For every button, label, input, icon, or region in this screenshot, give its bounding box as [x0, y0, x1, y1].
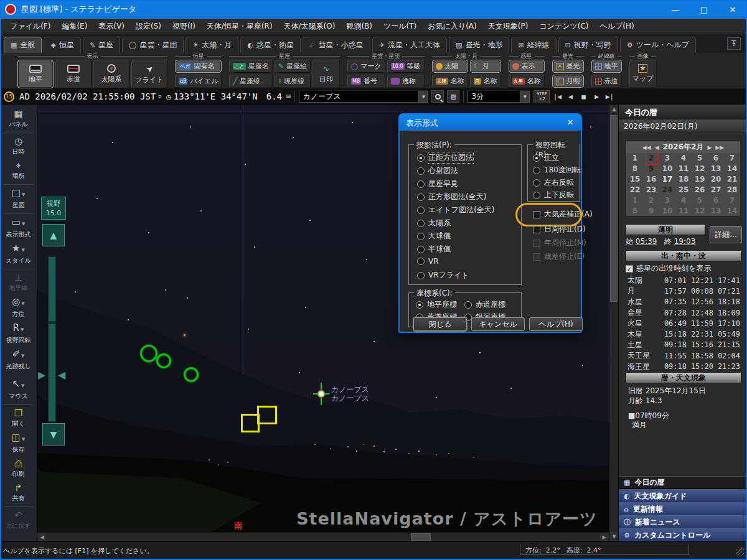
search-dropdown-icon[interactable]: ▼	[418, 91, 428, 102]
menu-tools[interactable]: ツール(T)	[378, 19, 421, 34]
constellation-name-button[interactable]: こと星座名	[229, 60, 272, 73]
zoom-out-button[interactable]: ▼	[42, 423, 65, 446]
sun-name-button[interactable]: 太陽名称	[432, 75, 468, 88]
panel-news[interactable]: ⓘ新着ニュース	[619, 515, 747, 528]
sidebar-item-save[interactable]: ◫▼保存	[1, 431, 36, 457]
sidebar-item-style[interactable]: ★▼スタイル	[1, 241, 36, 268]
radio-upright[interactable]: 正立	[533, 152, 559, 163]
panel-phenomena-guide[interactable]: ◐天文現象ガイド	[619, 489, 747, 502]
scroll-left-icon[interactable]: ◀	[37, 533, 47, 542]
vertical-scrollbar[interactable]: ▲ ▼	[609, 105, 618, 541]
detail-button[interactable]: 詳細...	[710, 226, 742, 243]
time-step-combo[interactable]: 3分 ▼	[467, 90, 530, 103]
proper-name-button[interactable]: ベガ固有名	[175, 60, 222, 73]
equatorial-mode-button[interactable]: 赤道	[55, 60, 92, 88]
twilight-end-time[interactable]: 19:03	[674, 237, 696, 246]
keyboard-icon[interactable]: ⌨	[286, 91, 291, 101]
menu-file[interactable]: ファイル(F)	[5, 19, 55, 34]
search-input[interactable]: カノープス	[299, 91, 418, 102]
moon-name-button[interactable]: 月名称	[470, 75, 501, 88]
time-step-dropdown-icon[interactable]: ▼	[520, 91, 529, 102]
calendar-next-year-icon[interactable]: ▶▶	[715, 144, 724, 151]
bayer-button[interactable]: αβバイエル	[175, 75, 222, 88]
tab-general[interactable]: ▦全般	[4, 37, 42, 53]
skip-to-end-button[interactable]: ▶|	[604, 91, 615, 102]
radio-azimuthal-equidistant[interactable]: 正距方位図法	[417, 152, 473, 163]
horizon-mode-button[interactable]: 地平	[17, 60, 54, 88]
vscroll-thumb[interactable]	[610, 115, 618, 302]
search-button[interactable]	[431, 90, 444, 103]
menu-settings[interactable]: 設定(S)	[131, 19, 166, 34]
sidebar-item-light-trail[interactable]: ✐▼光跡残し	[1, 347, 36, 373]
radio-flip-vertical[interactable]: 上下反転	[533, 190, 574, 200]
limit-magnitude-value[interactable]: 6.4	[266, 91, 282, 101]
tab-planets[interactable]: ◐惑星・衛星	[240, 37, 301, 53]
sidebar-item-direction[interactable]: ◎▼方位	[1, 295, 36, 321]
radio-flip-horizontal[interactable]: 左右反転	[533, 177, 574, 188]
object-list-button[interactable]: ▤	[447, 90, 459, 103]
twilight-start-time[interactable]: 05:39	[636, 237, 657, 246]
sidebar-item-fov-rotation[interactable]: R▼視野回転	[1, 321, 36, 347]
dialog-close-icon[interactable]: ✕	[563, 116, 577, 129]
help-button[interactable]: ヘルプ(H)	[529, 317, 583, 331]
calendar-next-month-icon[interactable]: ▶	[707, 144, 712, 151]
scroll-right-icon[interactable]: ▶	[599, 533, 609, 542]
horizontal-scrollbar[interactable]: ◀ ▶	[37, 532, 609, 541]
pin-icon[interactable]: Ŧ	[727, 37, 741, 50]
moon-day-badge[interactable]: 15	[4, 91, 14, 102]
cancel-button[interactable]: キャンセル	[471, 317, 525, 331]
resize-grip[interactable]	[736, 548, 745, 556]
tab-fov-frame[interactable]: ⊡視野・写野	[558, 37, 618, 53]
datetime-value[interactable]: 2026/02/02 21:55:00	[35, 91, 134, 101]
constellation-line-button[interactable]: ╱星座線	[229, 75, 272, 88]
tab-tools-help[interactable]: ⚙ツール・ヘルプ	[620, 37, 696, 53]
tab-comets[interactable]: ☄彗星・小惑星	[303, 37, 370, 53]
equatorial-grid-button[interactable]: 赤道	[591, 75, 622, 88]
longitude-value[interactable]: 133°11'E	[174, 91, 215, 101]
radio-planisphere[interactable]: 星座早見	[417, 179, 458, 189]
magnitude-button[interactable]: 10.0等級	[387, 60, 425, 73]
scroll-down-icon[interactable]: ▼	[609, 532, 619, 541]
checkbox-atmospheric-refraction[interactable]: 大気差補正(A)	[533, 209, 593, 220]
scroll-up-icon[interactable]: ▲	[609, 105, 619, 114]
sidebar-item-display-format[interactable]: ▭▼表示形式	[1, 215, 36, 241]
zoom-in-button[interactable]: ▲	[42, 224, 65, 246]
play-forward-button[interactable]: ▶	[591, 91, 602, 102]
close-button[interactable]: ✕	[718, 0, 747, 19]
radio-vr[interactable]: VR	[417, 257, 439, 266]
menu-edit[interactable]: 編集(E)	[57, 19, 92, 34]
time-step-value[interactable]: 3分	[468, 91, 520, 102]
sidebar-item-share[interactable]: ↱共有	[1, 481, 36, 505]
moon-button[interactable]: ☾月	[470, 60, 501, 73]
show-planet-times-row[interactable]: ✓ 惑星の出没時刻を表示	[626, 263, 712, 274]
tab-constellations[interactable]: ✎星座	[83, 37, 120, 53]
checkbox-checked-icon[interactable]: ✓	[626, 265, 633, 273]
step-back-button[interactable]: ◀	[565, 91, 576, 102]
tab-sun-moon[interactable]: ☀太陽・月	[186, 37, 238, 53]
menu-observation[interactable]: 観測(B)	[341, 19, 377, 34]
common-name-button[interactable]: 通称	[387, 75, 425, 88]
calendar-grid[interactable]: 1234567 891011121314 15161718192021 2223…	[626, 153, 740, 217]
radio-rectangular-allsky[interactable]: 正方形図法(全天)	[417, 192, 486, 202]
calendar-prev-month-icon[interactable]: ◀	[655, 144, 659, 151]
sidebar-item-mouse[interactable]: ↖▼マウス	[1, 377, 36, 403]
fov-slider-thumb[interactable]	[48, 321, 56, 324]
timezone-label[interactable]: JST	[140, 91, 156, 101]
tab-nebulae[interactable]: ◯星雲・星団	[122, 37, 184, 53]
boundary-line-button[interactable]: ♯境界線	[275, 75, 311, 88]
radio-celestial-globe[interactable]: 天球儀	[417, 231, 451, 241]
step-multiplier-button[interactable]: STEP×2	[533, 90, 550, 103]
calendar-prev-year-icon[interactable]: ◀◀	[642, 144, 651, 151]
tab-meteors-satellites[interactable]: ✈流星・人工天体	[372, 37, 447, 53]
sun-button[interactable]: 太陽	[432, 60, 468, 73]
constellation-art-button[interactable]: ✎星座絵	[275, 60, 311, 73]
tab-stars[interactable]: ◈恒星	[44, 37, 80, 53]
panel-update-info[interactable]: ⌂更新情報	[619, 502, 747, 515]
checkbox-diurnal-stop[interactable]: 日周停止(D)	[533, 224, 586, 235]
moonlight-button[interactable]: ☾月明	[552, 75, 584, 88]
horizon-grid-button[interactable]: 地平	[591, 60, 622, 73]
menu-contents[interactable]: コンテンツ(C)	[534, 19, 593, 34]
maximize-button[interactable]: □	[690, 0, 718, 19]
now-icon[interactable]: ◷	[166, 92, 171, 101]
radio-solar-system[interactable]: 太陽系	[417, 218, 451, 228]
